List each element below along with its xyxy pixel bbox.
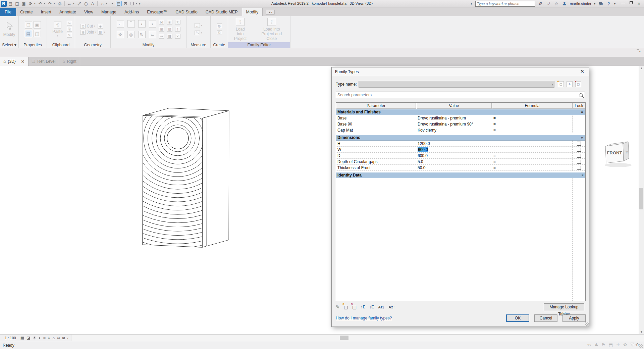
reveal-hidden-icon[interactable]: ◙ bbox=[62, 336, 65, 340]
parameter-formula-cell[interactable]: = bbox=[492, 115, 573, 121]
parameter-value-cell[interactable]: 600.0 bbox=[416, 147, 492, 152]
restore-button[interactable] bbox=[630, 1, 633, 4]
cut-geometry-icon[interactable]: ⊘ bbox=[80, 24, 86, 29]
parameter-name-cell[interactable]: Base 90 bbox=[336, 121, 416, 127]
mirror-line-icon[interactable]: ◗ bbox=[149, 20, 156, 28]
select-by-face-icon[interactable]: ⬒ bbox=[609, 342, 613, 347]
aligned-dimension-icon[interactable]: ⤢ bbox=[76, 1, 82, 6]
favorites-icon[interactable]: ☆ bbox=[554, 1, 559, 6]
temporary-hide-isolate-icon[interactable]: ∞ bbox=[57, 336, 60, 340]
delete-parameter-icon[interactable]: ✕▢ bbox=[352, 304, 357, 310]
parameter-name-cell[interactable]: D bbox=[336, 153, 416, 158]
lock-checkbox[interactable] bbox=[577, 160, 581, 164]
manage-family-types-help-link[interactable]: How do I manage family types? bbox=[336, 316, 392, 320]
show-crop-icon[interactable]: ⌑ bbox=[48, 336, 50, 340]
array-icon[interactable]: ⊞ bbox=[159, 27, 164, 32]
mirror-axis-icon[interactable]: ◖ bbox=[138, 20, 146, 28]
horizontal-scrollbar[interactable] bbox=[71, 335, 644, 341]
tab-view[interactable]: View bbox=[80, 8, 97, 16]
cut-to-clipboard-icon[interactable]: ✂ bbox=[67, 21, 72, 26]
close-button[interactable]: ✕ bbox=[637, 1, 641, 6]
parameter-value-cell[interactable]: 5.0 bbox=[416, 159, 492, 164]
view-scale-button[interactable]: 1 : 100 bbox=[3, 336, 18, 340]
parameter-name-cell[interactable]: W bbox=[336, 147, 416, 152]
dialog-close-icon[interactable]: ✕ bbox=[578, 68, 586, 74]
modify-tool-button[interactable]: Modify bbox=[1, 21, 18, 37]
undo-icon[interactable]: ↶ bbox=[37, 1, 43, 6]
scale-icon[interactable]: ⊡ bbox=[167, 27, 172, 32]
parameter-name-cell[interactable]: H bbox=[336, 141, 416, 146]
tab-file[interactable]: File bbox=[0, 8, 16, 16]
panel-label-select[interactable]: Select ▾ bbox=[0, 42, 18, 48]
new-type-icon[interactable]: ✷▢ bbox=[558, 81, 564, 87]
sync-icon[interactable]: ⟳ bbox=[28, 1, 34, 6]
minimize-button[interactable]: — bbox=[621, 1, 625, 6]
sort-descending-icon[interactable]: Az↑ bbox=[388, 305, 395, 309]
panel-label-create[interactable]: Create bbox=[211, 42, 228, 48]
lock-checkbox[interactable] bbox=[577, 142, 581, 146]
search-expand-icon[interactable]: ▸ bbox=[471, 2, 473, 5]
parameter-formula-cell[interactable]: = bbox=[492, 141, 573, 146]
customize-qat-icon[interactable]: ▾ bbox=[139, 2, 141, 5]
view-cube[interactable]: FRONT RI bbox=[602, 139, 639, 169]
account-dropdown-icon[interactable]: ▾ bbox=[594, 2, 595, 5]
parameter-name-cell[interactable]: Gap Mat bbox=[336, 127, 416, 133]
family-types-button-icon[interactable]: ▤ bbox=[25, 30, 32, 37]
parameter-formula-cell[interactable]: = bbox=[492, 121, 573, 127]
undo-dropdown-icon[interactable]: ▾ bbox=[44, 2, 46, 5]
apply-button[interactable]: Apply bbox=[562, 314, 586, 322]
ribbon-collapse-icon[interactable]: ▲▾ bbox=[266, 10, 275, 15]
switch-windows-icon[interactable]: ❏ bbox=[129, 1, 135, 6]
visual-style-icon[interactable]: ◪ bbox=[26, 336, 30, 340]
drag-on-selection-icon[interactable]: ✛ bbox=[616, 342, 620, 347]
parameter-value-cell[interactable]: 600.0 bbox=[416, 153, 492, 158]
load-into-project-and-close-button[interactable]: ⇪ Load into Project and Close bbox=[255, 18, 288, 41]
ui-views-icon[interactable]: ▤ bbox=[7, 1, 13, 6]
view-tab-ref-level[interactable]: ❏ Ref. Level bbox=[29, 57, 59, 66]
lock-checkbox[interactable] bbox=[577, 166, 581, 170]
expand-section-icon[interactable]: « bbox=[580, 174, 584, 176]
cabinet-3d-model[interactable] bbox=[127, 99, 241, 260]
trim-corner-icon[interactable]: ⇥ bbox=[159, 34, 164, 39]
copy-to-clipboard-icon[interactable]: ⎘ bbox=[67, 27, 72, 32]
help-search-input[interactable] bbox=[477, 2, 533, 6]
open-icon[interactable]: ◱ bbox=[14, 1, 20, 6]
delete-icon[interactable]: ✕ bbox=[175, 34, 180, 39]
comm-center-icon[interactable]: ⛉ bbox=[546, 1, 551, 6]
rotate-icon[interactable]: ↻ bbox=[138, 31, 146, 38]
measure-between-icon[interactable]: ↔ bbox=[195, 23, 200, 28]
help-dropdown-icon[interactable]: ▾ bbox=[614, 2, 615, 5]
parameter-formula-cell[interactable]: = bbox=[492, 127, 573, 133]
default-3d-view-icon[interactable]: ⌂ bbox=[99, 1, 105, 6]
panel-label-family-editor[interactable]: Family Editor bbox=[228, 42, 290, 48]
select-pinned-icon[interactable]: ⚑ bbox=[601, 342, 605, 347]
scroll-up-icon[interactable]: ▲ bbox=[640, 66, 643, 70]
sync-dropdown-icon[interactable]: ▾ bbox=[34, 2, 37, 5]
join-geometry-icon[interactable]: ⊕ bbox=[80, 30, 86, 35]
panel-label-clipboard[interactable]: Clipboard bbox=[47, 42, 75, 48]
dialog-resize-grip[interactable] bbox=[585, 322, 589, 326]
close-inactive-icon[interactable]: ⊠ bbox=[122, 1, 128, 6]
move-down-icon[interactable]: ↓E bbox=[369, 305, 374, 309]
cart-icon[interactable]: ⛟ bbox=[598, 1, 603, 6]
redo-dropdown-icon[interactable]: ▾ bbox=[54, 2, 56, 5]
parameter-formula-cell[interactable]: = bbox=[492, 153, 573, 158]
tag-icon[interactable]: ◷ bbox=[83, 1, 89, 6]
tab-cad-studio[interactable]: CAD Studio bbox=[171, 8, 201, 16]
paste-button[interactable]: ⎘ Paste ▾ bbox=[50, 21, 65, 37]
parameter-formula-cell[interactable]: = bbox=[492, 165, 573, 170]
column-header-parameter[interactable]: Parameter bbox=[336, 103, 416, 109]
split-face-icon[interactable]: ⊟ bbox=[98, 30, 103, 35]
load-into-project-button[interactable]: ⇪ Load into Project bbox=[230, 18, 251, 41]
select-links-icon[interactable]: ⚯ bbox=[588, 342, 591, 347]
parameter-name-cell[interactable]: Base bbox=[336, 115, 416, 121]
3d-view-dropdown-icon[interactable]: ▾ bbox=[106, 2, 108, 5]
tab-create[interactable]: Create bbox=[16, 8, 37, 16]
manage-lookup-tables-button[interactable]: Manage Lookup Tables bbox=[544, 303, 584, 311]
parameter-name-cell[interactable]: Depth of Circular gaps bbox=[336, 159, 416, 164]
measure-icon[interactable]: ↔ bbox=[66, 1, 72, 6]
switch-windows-dropdown-icon[interactable]: ▾ bbox=[136, 2, 138, 5]
lock-checkbox[interactable] bbox=[577, 154, 581, 158]
split-gap-icon[interactable]: ⋇ bbox=[167, 20, 172, 24]
panel-label-modify[interactable]: Modify bbox=[111, 42, 186, 48]
